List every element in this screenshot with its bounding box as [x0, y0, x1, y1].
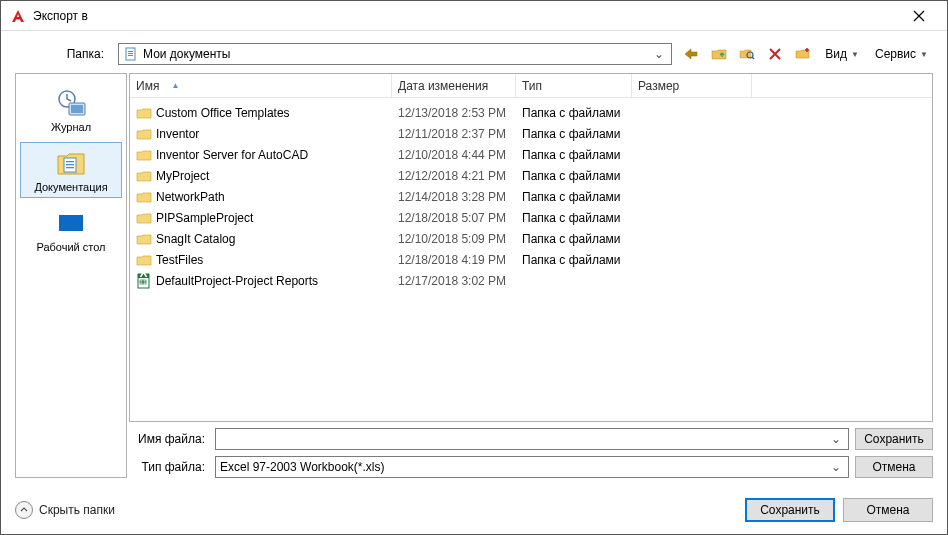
- sidebar-item-label: Документация: [34, 181, 107, 193]
- file-type: Папка с файлами: [516, 232, 632, 246]
- filetype-dropdown[interactable]: Excel 97-2003 Workbook(*.xls) ⌄: [215, 456, 849, 478]
- chevron-down-icon: ▼: [851, 50, 859, 59]
- cancel-button[interactable]: Отмена: [843, 498, 933, 522]
- file-row[interactable]: MyProject12/12/2018 4:21 PMПапка с файла…: [130, 165, 932, 186]
- svg-rect-12: [59, 215, 83, 231]
- hide-folders-button[interactable]: Скрыть папки: [15, 501, 115, 519]
- folder-label: Папка:: [15, 47, 110, 61]
- file-row[interactable]: Inventor Server for AutoCAD12/10/2018 4:…: [130, 144, 932, 165]
- file-date: 12/11/2018 2:37 PM: [392, 127, 516, 141]
- svg-rect-3: [128, 55, 133, 56]
- folder-icon: [136, 189, 152, 205]
- file-date: 12/14/2018 3:28 PM: [392, 190, 516, 204]
- column-type[interactable]: Тип: [516, 74, 632, 97]
- file-date: 12/13/2018 2:53 PM: [392, 106, 516, 120]
- xls-icon: X: [136, 273, 152, 289]
- file-row[interactable]: Inventor12/11/2018 2:37 PMПапка с файлам…: [130, 123, 932, 144]
- file-row[interactable]: NetworkPath12/14/2018 3:28 PMПапка с фай…: [130, 186, 932, 207]
- file-date: 12/17/2018 3:02 PM: [392, 274, 516, 288]
- svg-text:X: X: [139, 273, 147, 280]
- search-button[interactable]: [736, 43, 758, 65]
- sort-asc-icon: ▲: [171, 81, 179, 90]
- filename-input[interactable]: [220, 432, 828, 446]
- filename-row: Имя файла: ⌄ Сохранить: [129, 428, 933, 450]
- file-list-header: Имя▲ Дата изменения Тип Размер: [130, 74, 932, 98]
- delete-button[interactable]: [764, 43, 786, 65]
- bottom-bar: Скрыть папки Сохранить Отмена: [15, 486, 933, 522]
- history-icon: [55, 87, 87, 119]
- folder-icon: [136, 210, 152, 226]
- file-row[interactable]: PIPSampleProject12/18/2018 5:07 PMПапка …: [130, 207, 932, 228]
- desktop-icon: [55, 207, 87, 239]
- column-size[interactable]: Размер: [632, 74, 752, 97]
- file-name: Inventor: [156, 127, 199, 141]
- file-row[interactable]: SnagIt Catalog12/10/2018 5:09 PMПапка с …: [130, 228, 932, 249]
- file-name: NetworkPath: [156, 190, 225, 204]
- column-name[interactable]: Имя▲: [130, 74, 392, 97]
- file-row[interactable]: TestFiles12/18/2018 4:19 PMПапка с файла…: [130, 249, 932, 270]
- folder-icon: [136, 252, 152, 268]
- cancel-side-button[interactable]: Отмена: [855, 456, 933, 478]
- file-type: Папка с файлами: [516, 127, 632, 141]
- file-row[interactable]: XDefaultProject-Project Reports12/17/201…: [130, 270, 932, 291]
- file-type: Папка с файлами: [516, 106, 632, 120]
- file-date: 12/18/2018 4:19 PM: [392, 253, 516, 267]
- file-type: Папка с файлами: [516, 148, 632, 162]
- collapse-icon: [15, 501, 33, 519]
- folder-icon: [136, 147, 152, 163]
- file-name: Inventor Server for AutoCAD: [156, 148, 308, 162]
- save-button[interactable]: Сохранить: [745, 498, 835, 522]
- file-date: 12/12/2018 4:21 PM: [392, 169, 516, 183]
- filetype-row: Тип файла: Excel 97-2003 Workbook(*.xls)…: [129, 456, 933, 478]
- service-menu[interactable]: Сервис ▼: [870, 43, 933, 65]
- filetype-label: Тип файла:: [129, 460, 209, 474]
- chevron-down-icon: ⌄: [828, 460, 844, 474]
- folder-icon: [136, 168, 152, 184]
- sidebar-item-desktop[interactable]: Рабочий стол: [20, 202, 122, 258]
- folder-icon: [136, 105, 152, 121]
- view-label: Вид: [825, 47, 847, 61]
- file-name: TestFiles: [156, 253, 203, 267]
- file-type: Папка с файлами: [516, 169, 632, 183]
- new-folder-button[interactable]: [792, 43, 814, 65]
- svg-rect-10: [66, 164, 74, 165]
- file-date: 12/10/2018 5:09 PM: [392, 232, 516, 246]
- svg-rect-7: [71, 105, 83, 113]
- svg-rect-9: [66, 161, 74, 162]
- file-name: PIPSampleProject: [156, 211, 253, 225]
- svg-rect-1: [128, 51, 133, 52]
- service-label: Сервис: [875, 47, 916, 61]
- close-button[interactable]: [899, 2, 939, 30]
- chevron-down-icon: ⌄: [651, 47, 667, 61]
- hide-folders-label: Скрыть папки: [39, 503, 115, 517]
- sidebar-item-history[interactable]: Журнал: [20, 82, 122, 138]
- file-row[interactable]: Custom Office Templates12/13/2018 2:53 P…: [130, 102, 932, 123]
- chevron-down-icon: ▼: [920, 50, 928, 59]
- file-name: Custom Office Templates: [156, 106, 290, 120]
- back-button[interactable]: [680, 43, 702, 65]
- file-list: Имя▲ Дата изменения Тип Размер Custom Of…: [129, 73, 933, 422]
- folder-current: Мои документы: [143, 47, 651, 61]
- titlebar: Экспорт в: [1, 1, 947, 31]
- file-name: DefaultProject-Project Reports: [156, 274, 318, 288]
- folder-row: Папка: Мои документы ⌄: [15, 43, 933, 65]
- save-side-button[interactable]: Сохранить: [855, 428, 933, 450]
- places-sidebar: Журнал Документация Рабочий стол: [15, 73, 127, 478]
- file-type: Папка с файлами: [516, 190, 632, 204]
- svg-rect-11: [66, 167, 74, 168]
- chevron-down-icon[interactable]: ⌄: [828, 432, 844, 446]
- svg-rect-2: [128, 53, 133, 54]
- toolbar: Вид ▼ Сервис ▼: [680, 43, 933, 65]
- view-menu[interactable]: Вид ▼: [820, 43, 864, 65]
- file-date: 12/10/2018 4:44 PM: [392, 148, 516, 162]
- file-type: Папка с файлами: [516, 211, 632, 225]
- folder-dropdown[interactable]: Мои документы ⌄: [118, 43, 672, 65]
- folder-up-button[interactable]: [708, 43, 730, 65]
- window-title: Экспорт в: [33, 9, 899, 23]
- documents-folder-icon: [55, 147, 87, 179]
- filename-label: Имя файла:: [129, 432, 209, 446]
- column-date[interactable]: Дата изменения: [392, 74, 516, 97]
- sidebar-item-documents[interactable]: Документация: [20, 142, 122, 198]
- sidebar-item-label: Журнал: [51, 121, 91, 133]
- file-date: 12/18/2018 5:07 PM: [392, 211, 516, 225]
